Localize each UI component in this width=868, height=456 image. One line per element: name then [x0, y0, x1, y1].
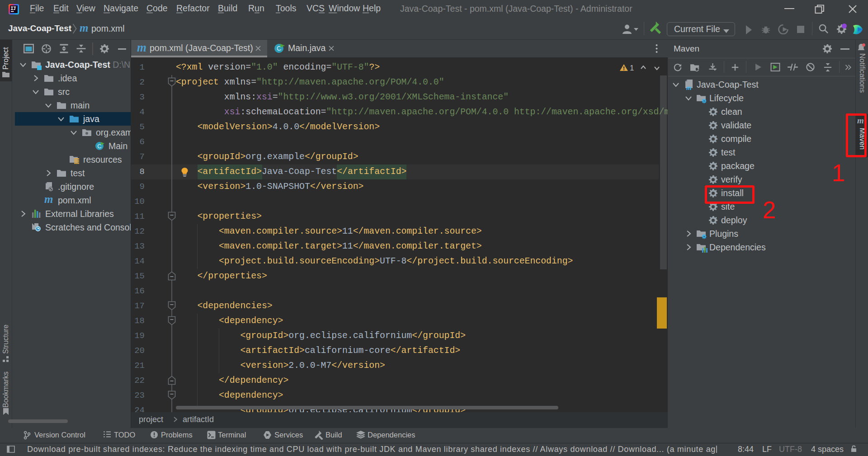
svg-text:1: 1 — [630, 64, 634, 72]
svg-text:m: m — [686, 84, 692, 90]
